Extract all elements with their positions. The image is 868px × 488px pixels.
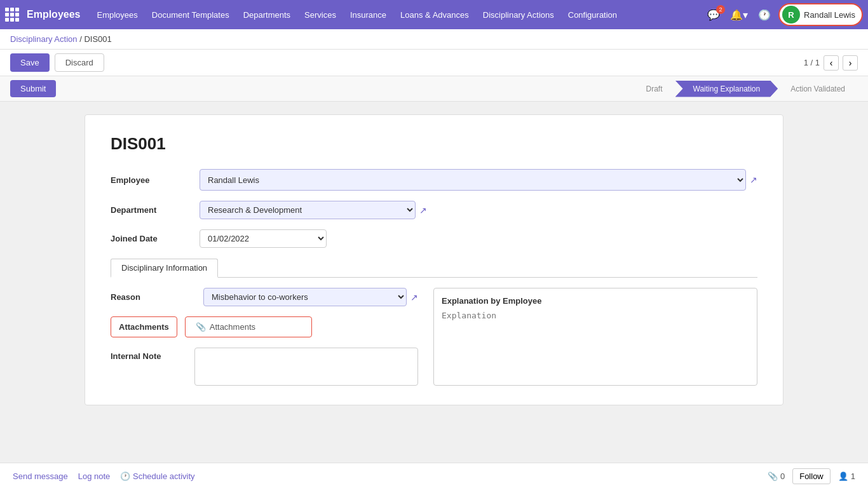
send-message-link[interactable]: Send message xyxy=(13,471,68,481)
joined-date-row: Joined Date 01/02/2022 xyxy=(111,229,757,248)
step-waiting-explanation: Waiting Explanation xyxy=(675,81,778,97)
schedule-activity-link[interactable]: 🕐 Schedule activity xyxy=(120,471,194,481)
bottom-bar-right: 📎 0 Follow 👤 1 xyxy=(768,468,855,484)
form-id: DIS001 xyxy=(111,134,757,154)
main-content: DIS001 Employee Randall Lewis ↗ Departme… xyxy=(0,102,868,463)
log-note-link[interactable]: Log note xyxy=(78,471,111,481)
status-bar: Submit Draft Waiting Explanation Action … xyxy=(0,76,868,102)
nav-item-employees[interactable]: Employees xyxy=(90,8,144,22)
nav-item-insurance[interactable]: Insurance xyxy=(344,8,393,22)
chat-badge: 2 xyxy=(716,5,725,14)
top-nav: Employees Employees Document Templates D… xyxy=(0,0,868,29)
joined-date-label: Joined Date xyxy=(111,234,200,243)
submit-button[interactable]: Submit xyxy=(10,80,56,97)
topnav-right: 💬 2 🔔▾ 🕐 R Randall Lewis xyxy=(705,3,863,26)
pagination-next[interactable]: › xyxy=(843,55,858,71)
chat-button[interactable]: 💬 2 xyxy=(705,6,722,24)
department-row: Department Research & Development ↗ xyxy=(111,201,757,219)
internal-note-input[interactable] xyxy=(194,348,418,386)
nav-menu: Employees Document Templates Departments… xyxy=(90,8,705,22)
nav-item-services[interactable]: Services xyxy=(298,8,342,22)
employee-ext-link[interactable]: ↗ xyxy=(750,175,757,185)
employee-row: Employee Randall Lewis ↗ xyxy=(111,169,757,191)
bottom-bar-left: Send message Log note 🕐 Schedule activit… xyxy=(13,471,195,481)
employee-select[interactable]: Randall Lewis xyxy=(200,169,746,191)
nav-item-configuration[interactable]: Configuration xyxy=(562,8,623,22)
department-ext-link[interactable]: ↗ xyxy=(419,205,427,215)
employee-field: Randall Lewis ↗ xyxy=(200,169,757,191)
attachments-row: Attachments 📎 Attachments xyxy=(111,316,418,337)
attachments-count-area: 📎 0 xyxy=(768,471,785,481)
nav-item-document-templates[interactable]: Document Templates xyxy=(146,8,236,22)
pagination: 1 / 1 ‹ › xyxy=(804,55,858,71)
nav-item-disciplinary-actions[interactable]: Disciplinary Actions xyxy=(477,8,560,22)
clip-icon: 📎 xyxy=(196,322,206,332)
user-name: Randall Lewis xyxy=(804,10,855,20)
attachments-button[interactable]: Attachments xyxy=(210,322,255,332)
department-select[interactable]: Research & Development xyxy=(200,201,416,219)
notifications-button[interactable]: 🔔▾ xyxy=(728,6,750,24)
toolbar-actions: Save Discard xyxy=(10,53,104,72)
breadcrumb-separator: / xyxy=(79,34,82,44)
attachments-label: Attachments xyxy=(111,316,177,337)
reason-label: Reason xyxy=(111,292,200,302)
avatar: R xyxy=(782,6,800,24)
nav-item-loans-advances[interactable]: Loans & Advances xyxy=(394,8,475,22)
disciplinary-section: Reason Misbehavior to co-workers ↗ Attac… xyxy=(111,288,757,386)
discard-button[interactable]: Discard xyxy=(55,53,104,72)
reason-row: Reason Misbehavior to co-workers ↗ xyxy=(111,288,418,306)
attachments-box: 📎 Attachments xyxy=(185,316,312,337)
grid-icon xyxy=(5,8,19,22)
bottom-bar: Send message Log note 🕐 Schedule activit… xyxy=(0,463,868,488)
pagination-text: 1 / 1 xyxy=(804,58,820,67)
tab-disciplinary-information[interactable]: Disciplinary Information xyxy=(111,259,218,278)
toolbar: Save Discard 1 / 1 ‹ › xyxy=(0,50,868,76)
explanation-textarea[interactable] xyxy=(442,311,749,355)
breadcrumb-current: DIS001 xyxy=(84,34,111,44)
explanation-title: Explanation by Employee xyxy=(442,296,749,306)
follow-button[interactable]: Follow xyxy=(792,468,831,484)
department-field: Research & Development ↗ xyxy=(200,201,427,219)
form-card: DIS001 Employee Randall Lewis ↗ Departme… xyxy=(85,114,783,405)
schedule-icon: 🕐 xyxy=(120,471,130,481)
tab-row: Disciplinary Information xyxy=(111,258,757,278)
step-action-validated: Action Validated xyxy=(778,81,858,97)
reason-select[interactable]: Misbehavior to co-workers xyxy=(203,288,407,306)
app-logo[interactable]: Employees xyxy=(5,8,80,22)
clock-button[interactable]: 🕐 xyxy=(756,6,773,24)
disc-left: Reason Misbehavior to co-workers ↗ Attac… xyxy=(111,288,433,386)
nav-item-departments[interactable]: Departments xyxy=(237,8,297,22)
breadcrumb: Disciplinary Action / DIS001 xyxy=(0,29,868,50)
paperclip-icon: 📎 xyxy=(768,471,778,481)
app-title: Employees xyxy=(27,9,80,20)
breadcrumb-parent[interactable]: Disciplinary Action xyxy=(10,34,78,44)
joined-date-select[interactable]: 01/02/2022 xyxy=(200,229,327,248)
user-menu[interactable]: R Randall Lewis xyxy=(778,3,863,26)
department-label: Department xyxy=(111,205,200,215)
followers-area: 👤 1 xyxy=(838,471,855,481)
internal-note-row: Internal Note xyxy=(111,348,418,386)
step-draft: Draft xyxy=(634,81,675,97)
followers-count: 1 xyxy=(851,471,855,481)
explanation-box: Explanation by Employee xyxy=(433,288,757,386)
reason-ext-link[interactable]: ↗ xyxy=(410,292,418,302)
internal-note-label: Internal Note xyxy=(111,348,187,361)
status-steps: Draft Waiting Explanation Action Validat… xyxy=(634,81,858,97)
followers-icon: 👤 xyxy=(838,471,848,481)
attachments-count: 0 xyxy=(780,471,785,481)
joined-date-field: 01/02/2022 xyxy=(200,229,327,248)
save-button[interactable]: Save xyxy=(10,53,50,72)
employee-label: Employee xyxy=(111,175,200,185)
pagination-prev[interactable]: ‹ xyxy=(824,55,839,71)
